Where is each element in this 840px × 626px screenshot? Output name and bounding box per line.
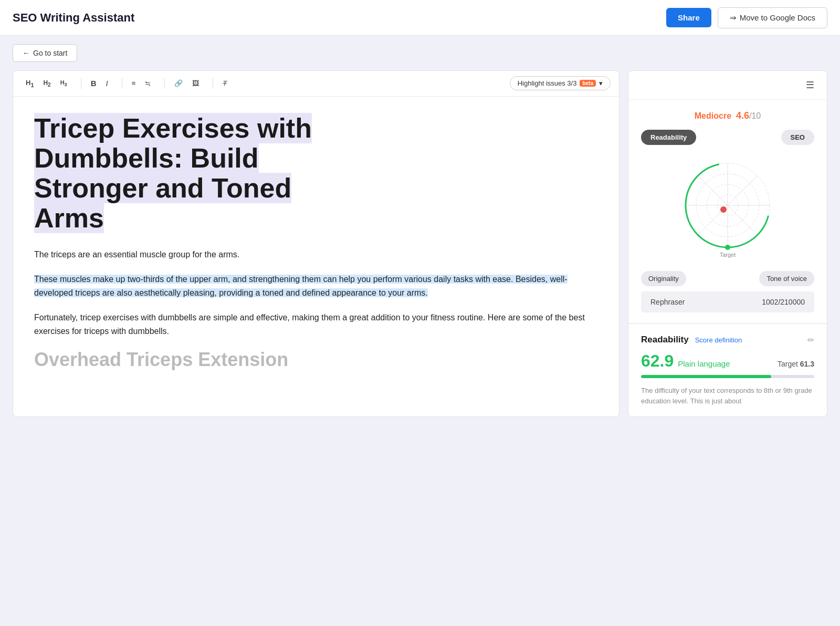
- score-tabs: Readability SEO: [641, 130, 814, 145]
- score-section: Mediocre 4.6/10 Readability SEO: [628, 100, 827, 324]
- toolbar-divider-1: [81, 78, 81, 89]
- nav-bar: ← Go to start: [0, 36, 840, 70]
- italic-button[interactable]: I: [102, 76, 112, 90]
- title-highlight-3: Stronger and Toned: [34, 173, 291, 203]
- google-docs-button[interactable]: ⇒ Move to Google Docs: [718, 7, 827, 28]
- editor-panel: H1 H2 H3 B I ≡ ≒ 🔗 🖼 T Highlight iss: [13, 70, 620, 417]
- chevron-down-icon: ▾: [599, 79, 603, 87]
- toolbar: H1 H2 H3 B I ≡ ≒ 🔗 🖼 T Highlight iss: [13, 71, 619, 97]
- arrow-left-icon: ←: [23, 49, 30, 57]
- go-to-start-button[interactable]: ← Go to start: [13, 44, 77, 62]
- title-highlight-1: Tricep Exercises with: [34, 113, 312, 143]
- paragraph-3: Fortunately, tricep exercises with dumbb…: [34, 311, 598, 339]
- rephraser-bar: Rephraser 1002/210000: [641, 291, 814, 312]
- heading-group: H1 H2 H3: [22, 76, 71, 91]
- readability-score: 62.9: [641, 351, 674, 371]
- readability-tab[interactable]: Readability: [641, 130, 696, 145]
- highlight-issues-label: Highlight issues 3/3: [518, 79, 577, 87]
- clear-format-button[interactable]: T: [218, 77, 231, 90]
- header-actions: Share ⇒ Move to Google Docs: [666, 7, 827, 28]
- title-highlight-2: Dumbbells: Build: [34, 143, 259, 173]
- image-button[interactable]: 🖼: [188, 77, 203, 90]
- doc-body: The triceps are an essential muscle grou…: [34, 248, 598, 371]
- originality-tab[interactable]: Originality: [641, 271, 686, 286]
- rephraser-label: Rephraser: [650, 298, 685, 306]
- insert-group: 🔗 🖼: [170, 77, 203, 90]
- h3-button[interactable]: H3: [56, 77, 71, 90]
- right-panel-header: ☰: [628, 71, 827, 100]
- readability-description: The difficulty of your text corresponds …: [641, 385, 814, 406]
- highlight-issues-button[interactable]: Highlight issues 3/3 beta ▾: [510, 76, 611, 90]
- readability-title: Readability: [641, 335, 689, 345]
- readability-section: Readability Score definition ✏ 62.9 Plai…: [628, 324, 827, 416]
- svg-point-9: [720, 206, 727, 213]
- bold-button[interactable]: B: [87, 76, 101, 90]
- h2-button[interactable]: H2: [39, 77, 55, 90]
- paragraph-2: These muscles make up two-thirds of the …: [34, 273, 598, 300]
- toolbar-divider-2: [122, 78, 122, 89]
- share-button[interactable]: Share: [666, 8, 711, 27]
- document-title: Tricep Exercises with Dumbbells: Build S…: [34, 113, 598, 234]
- paragraph-1: The triceps are an essential muscle grou…: [34, 248, 598, 262]
- link-button[interactable]: 🔗: [170, 77, 187, 90]
- top-header: SEO Writing Assistant Share ⇒ Move to Go…: [0, 0, 840, 36]
- target-value: 61.3: [800, 360, 814, 368]
- h1-button[interactable]: H1: [22, 76, 38, 91]
- seo-tab[interactable]: SEO: [781, 130, 814, 145]
- score-definition-link[interactable]: Score definition: [695, 336, 742, 344]
- bottom-tabs: Originality Tone of voice: [641, 271, 814, 286]
- svg-text:Target: Target: [720, 252, 736, 258]
- highlighted-text: These muscles make up two-thirds of the …: [34, 275, 568, 297]
- svg-point-10: [725, 245, 730, 250]
- unordered-list-button[interactable]: ≒: [141, 77, 155, 90]
- main-content: H1 H2 H3 B I ≡ ≒ 🔗 🖼 T Highlight iss: [0, 70, 840, 430]
- ordered-list-button[interactable]: ≡: [128, 77, 140, 90]
- subheading: Overhead Triceps Extension: [34, 349, 598, 371]
- right-panel: ☰ Mediocre 4.6/10 Readability SEO: [628, 70, 827, 417]
- readability-target: Target 61.3: [778, 360, 814, 368]
- readability-plain-label: Plain language: [678, 359, 730, 368]
- score-label: Mediocre 4.6/10: [641, 110, 814, 121]
- google-docs-icon: ⇒: [730, 13, 737, 23]
- score-value: 4.6: [736, 110, 749, 121]
- toolbar-divider-3: [164, 78, 165, 89]
- tone-of-voice-tab[interactable]: Tone of voice: [759, 271, 814, 286]
- target-label: Target: [778, 360, 798, 368]
- rephraser-count: 1002/210000: [762, 298, 805, 306]
- editor-content[interactable]: Tricep Exercises with Dumbbells: Build S…: [13, 97, 619, 388]
- readability-header: Readability Score definition ✏: [641, 335, 814, 345]
- app-title: SEO Writing Assistant: [13, 11, 134, 25]
- edit-icon[interactable]: ✏: [807, 335, 814, 345]
- radar-svg: Target: [667, 153, 788, 263]
- radar-chart: Target: [641, 150, 814, 266]
- menu-icon-button[interactable]: ☰: [802, 77, 818, 93]
- score-denom: /10: [749, 111, 761, 120]
- progress-bar-fill: [641, 375, 771, 378]
- title-highlight-4: Arms: [34, 203, 104, 233]
- readability-progress-bar: [641, 375, 814, 378]
- readability-score-row: 62.9 Plain language Target 61.3: [641, 351, 814, 371]
- list-group: ≡ ≒: [128, 77, 155, 90]
- score-quality-label: Mediocre: [695, 111, 731, 120]
- text-format-group: B I: [87, 76, 112, 90]
- beta-badge: beta: [580, 80, 596, 87]
- toolbar-divider-4: [213, 78, 213, 89]
